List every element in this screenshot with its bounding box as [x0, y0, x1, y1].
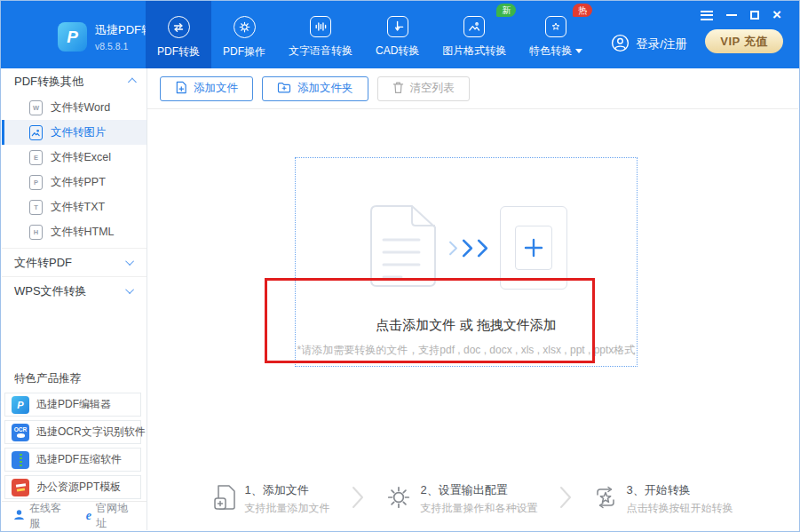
app-window: P 迅捷PDF转换器 v8.5.8.1 PDF转换 — [0, 0, 800, 532]
nav-tab-text-speech[interactable]: 文字语音转换 — [277, 1, 364, 68]
online-support-link[interactable]: 在线客服 — [13, 501, 68, 531]
hot-badge: 热 — [573, 4, 592, 17]
cad-axis-icon — [387, 16, 408, 37]
doc-image-icon — [29, 125, 43, 140]
section-label: PDF转换其他 — [14, 74, 83, 90]
sidebar-menu: W 文件转Word 文件转图片 E 文件转Excel P 文件转PPT — [2, 95, 147, 248]
button-label: 清空列表 — [410, 81, 455, 96]
login-register-label: 登录/注册 — [636, 36, 687, 52]
chevron-up-icon — [128, 77, 137, 86]
product-ppt-templates[interactable]: 办公资源PPT模板 — [4, 475, 141, 499]
login-register-button[interactable]: 登录/注册 — [611, 34, 687, 55]
plus-icon — [515, 226, 552, 270]
step-title: 1、添加文件 — [245, 482, 330, 498]
top-bar: P 迅捷PDF转换器 v8.5.8.1 PDF转换 — [1, 1, 799, 68]
product-pdf-compressor[interactable]: 迅捷PDF压缩软件 — [4, 448, 141, 472]
nav-tab-pdf-operate[interactable]: PDF操作 — [211, 1, 277, 68]
step-title: 3、开始转换 — [627, 482, 733, 498]
sidebar-section-to-pdf[interactable]: 文件转PDF — [2, 248, 147, 276]
product-pdf-editor[interactable]: P 迅捷PDF编辑器 — [4, 393, 141, 417]
section-label: WPS文件转换 — [14, 283, 87, 299]
nav-tab-image-convert[interactable]: 新 图片格式转换 — [431, 1, 518, 68]
nav-tab-label: 文字语音转换 — [289, 44, 352, 59]
vip-recharge-button[interactable]: VIP 充值 — [705, 29, 783, 53]
official-site-link[interactable]: e 官网地址 — [86, 501, 135, 531]
sidebar-item-label: 文件转HTML — [51, 225, 115, 240]
sidebar-item-to-txt[interactable]: T 文件转TXT — [2, 195, 147, 219]
dropzone-illustration — [366, 204, 567, 291]
sidebar-item-to-excel[interactable]: E 文件转Excel — [2, 145, 147, 170]
doc-excel-icon: E — [29, 150, 43, 165]
menu-icon[interactable] — [701, 11, 713, 20]
sidebar-item-to-word[interactable]: W 文件转Word — [2, 95, 147, 120]
file-toolbar: 添加文件 添加文件夹 清空列表 — [147, 68, 798, 109]
steps-guide: 1、添加文件 支持批量添加文件 2、设置输出配置 支持批量操作和各种设置 — [147, 482, 798, 516]
step-separator-icon — [559, 486, 572, 512]
chevrons-right-icon — [448, 239, 488, 258]
step-star-convert-icon — [593, 485, 618, 513]
star-convert-icon — [545, 16, 566, 37]
button-label: 添加文件 — [194, 81, 238, 96]
nav-tab-label: CAD转换 — [376, 44, 419, 59]
promo-header: 特色产品推荐 — [2, 366, 147, 391]
gear-circle-icon — [234, 16, 256, 38]
add-file-icon — [175, 81, 187, 97]
step-add-file-icon — [213, 484, 236, 514]
step-desc: 点击转换按钮开始转换 — [627, 501, 733, 516]
minimize-icon[interactable] — [726, 14, 737, 16]
footer-link-label: 在线客服 — [29, 501, 68, 531]
doc-word-icon: W — [29, 100, 43, 115]
dropzone-title: 点击添加文件 或 拖拽文件添加 — [376, 317, 556, 334]
nav-tab-pdf-convert[interactable]: PDF转换 — [146, 1, 211, 68]
compress-zip-icon — [12, 451, 29, 469]
doc-ppt-icon: P — [29, 175, 43, 190]
new-badge: 新 — [496, 4, 516, 17]
product-ocr-software[interactable]: OCR 迅捷OCR文字识别软件 — [4, 420, 141, 444]
doc-txt-icon: T — [29, 200, 43, 215]
nav-tab-label: 特色转换 — [529, 44, 582, 59]
ocr-icon-text: OCR — [14, 427, 27, 433]
step-add-file: 1、添加文件 支持批量添加文件 — [213, 482, 330, 516]
add-file-button[interactable]: 添加文件 — [160, 76, 253, 101]
window-controls: × — [701, 9, 781, 21]
document-icon — [366, 204, 437, 291]
sidebar-spacer — [2, 305, 147, 366]
step-configure-output: 2、设置输出配置 支持批量操作和各种设置 — [385, 482, 538, 516]
add-folder-button[interactable]: 添加文件夹 — [262, 76, 368, 101]
close-icon[interactable]: × — [772, 9, 781, 21]
clear-list-button[interactable]: 清空列表 — [377, 76, 470, 101]
nav-tab-special-convert[interactable]: 热 特色转换 — [518, 1, 594, 68]
maximize-icon[interactable] — [750, 11, 759, 20]
sidebar-item-to-image[interactable]: 文件转图片 — [2, 120, 147, 145]
pdf-editor-icon: P — [12, 396, 29, 414]
nav-tab-label: PDF转换 — [157, 44, 200, 60]
sidebar-item-label: 文件转TXT — [51, 200, 105, 215]
app-logo-icon: P — [58, 22, 87, 52]
product-label: 迅捷PDF编辑器 — [36, 397, 111, 412]
sidebar-section-wps-convert[interactable]: WPS文件转换 — [2, 276, 147, 305]
browser-e-icon: e — [86, 510, 91, 522]
add-folder-icon — [277, 82, 291, 96]
sidebar-item-to-ppt[interactable]: P 文件转PPT — [2, 170, 147, 195]
support-person-icon — [13, 509, 25, 523]
doc-html-icon: H — [29, 225, 43, 240]
product-label: 迅捷PDF压缩软件 — [36, 452, 122, 467]
step-desc: 支持批量操作和各种设置 — [421, 501, 538, 516]
file-dropzone[interactable]: 点击添加文件 或 拖拽文件添加 *请添加需要转换的文件，支持pdf , doc … — [295, 157, 638, 367]
sidebar-item-label: 文件转图片 — [51, 125, 107, 140]
chevron-down-icon — [125, 285, 134, 294]
add-target-card — [500, 206, 567, 290]
nav-tab-label: PDF操作 — [223, 44, 265, 60]
step-title: 2、设置输出配置 — [421, 482, 538, 498]
user-circle-icon — [611, 34, 630, 55]
nav-tab-cad-convert[interactable]: CAD转换 — [364, 1, 431, 68]
chevron-down-icon — [575, 49, 582, 53]
footer-link-label: 官网地址 — [96, 501, 135, 531]
sidebar-section-pdf-convert-other[interactable]: PDF转换其他 — [2, 68, 147, 95]
eye-icon — [17, 433, 25, 438]
button-label: 添加文件夹 — [297, 81, 353, 96]
sidebar-item-to-html[interactable]: H 文件转HTML — [2, 219, 147, 244]
product-label: 办公资源PPT模板 — [36, 480, 121, 495]
chevron-down-icon — [125, 257, 134, 266]
nav-tab-label: 图片格式转换 — [442, 44, 506, 59]
